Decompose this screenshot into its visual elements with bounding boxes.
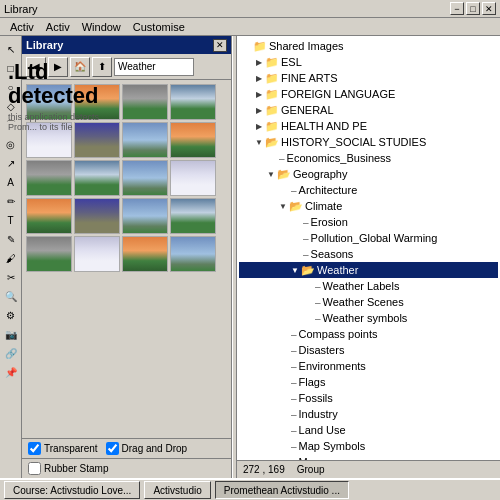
tree-item-climate[interactable]: 📂 Climate bbox=[239, 198, 498, 214]
transparent-checkbox-group: Transparent bbox=[28, 442, 98, 455]
tree-item-esl[interactable]: 📁 ESL bbox=[239, 54, 498, 70]
thumbnail-18[interactable] bbox=[74, 236, 120, 272]
tree-label-flags: Flags bbox=[299, 376, 326, 388]
tree-label-health: HEALTH AND PE bbox=[281, 120, 367, 132]
tool-zoom[interactable]: 🔍 bbox=[2, 287, 20, 305]
tree-item-flags[interactable]: – Flags bbox=[239, 374, 498, 390]
group-label: Group bbox=[297, 464, 325, 475]
thumbnail-13[interactable] bbox=[26, 198, 72, 234]
tree-arrow-wscenes bbox=[301, 294, 313, 310]
dash-arch: – bbox=[291, 185, 297, 196]
tree-arrow-history bbox=[253, 134, 265, 150]
tree-item-shared-images[interactable]: 📁 Shared Images bbox=[239, 38, 498, 54]
tree-label-map-symbols: Map Symbols bbox=[299, 440, 366, 452]
tool-text-a[interactable]: A bbox=[2, 173, 20, 191]
library-search-input[interactable] bbox=[114, 58, 194, 76]
tree-panel[interactable]: 📁 Shared Images 📁 ESL 📁 FINE ARTS 📁 bbox=[237, 36, 500, 460]
thumbnail-10[interactable] bbox=[74, 160, 120, 196]
taskbar-btn-promethean[interactable]: Promethean Activstudio ... bbox=[215, 481, 349, 499]
detected-overlay: .Ltd detected this application detects P… bbox=[8, 60, 118, 132]
tree-arrow-erosion bbox=[289, 214, 301, 230]
tree-item-compass[interactable]: – Compass points bbox=[239, 326, 498, 342]
library-close-button[interactable]: ✕ bbox=[213, 39, 227, 52]
dash-economics: – bbox=[279, 153, 285, 164]
minimize-button[interactable]: − bbox=[450, 2, 464, 15]
tree-arrow-geography bbox=[265, 166, 277, 182]
tool-scissors[interactable]: ✂ bbox=[2, 268, 20, 286]
thumbnail-8[interactable] bbox=[170, 122, 216, 158]
tree-item-seasons[interactable]: – Seasons bbox=[239, 246, 498, 262]
maximize-button[interactable]: □ bbox=[466, 2, 480, 15]
detected-title-line1: .Ltd bbox=[8, 60, 118, 84]
tree-item-history[interactable]: 📂 HISTORY_SOCIAL STUDIES bbox=[239, 134, 498, 150]
tree-label-arch: Architecture bbox=[299, 184, 358, 196]
tool-textbox[interactable]: T bbox=[2, 211, 20, 229]
thumbnail-11[interactable] bbox=[122, 160, 168, 196]
thumbnail-4[interactable] bbox=[170, 84, 216, 120]
folder-icon-geography: 📂 bbox=[277, 167, 291, 181]
tool-arrow[interactable]: ↗ bbox=[2, 154, 20, 172]
tree-label-land-use: Land Use bbox=[299, 424, 346, 436]
folder-icon-health: 📁 bbox=[265, 119, 279, 133]
tree-item-land-use[interactable]: – Land Use bbox=[239, 422, 498, 438]
tree-label-weather-symbols: Weather symbols bbox=[323, 312, 408, 324]
thumbnail-20[interactable] bbox=[170, 236, 216, 272]
drag-drop-checkbox[interactable] bbox=[106, 442, 119, 455]
tool-brush[interactable]: 🖌 bbox=[2, 249, 20, 267]
tool-pencil[interactable]: ✎ bbox=[2, 230, 20, 248]
tree-arrow-foreign bbox=[253, 86, 265, 102]
thumbnail-16[interactable] bbox=[170, 198, 216, 234]
tree-item-industry[interactable]: – Industry bbox=[239, 406, 498, 422]
tool-link[interactable]: 🔗 bbox=[2, 344, 20, 362]
tool-pin[interactable]: 📌 bbox=[2, 363, 20, 381]
tree-item-general[interactable]: 📁 GENERAL bbox=[239, 102, 498, 118]
title-bar: Library − □ ✕ bbox=[0, 0, 500, 18]
tree-item-weather-scenes[interactable]: – Weather Scenes bbox=[239, 294, 498, 310]
thumb-row-4 bbox=[26, 198, 227, 234]
tool-circle2[interactable]: ◎ bbox=[2, 135, 20, 153]
tool-select[interactable]: ↖ bbox=[2, 40, 20, 58]
tree-item-map-symbols[interactable]: – Map Symbols bbox=[239, 438, 498, 454]
thumbnail-7[interactable] bbox=[122, 122, 168, 158]
thumbnail-15[interactable] bbox=[122, 198, 168, 234]
taskbar-btn-course[interactable]: Course: Activstudio Love... bbox=[4, 481, 140, 499]
tree-item-foreign-language[interactable]: 📁 FOREIGN LANGUAGE bbox=[239, 86, 498, 102]
tree-item-fossils[interactable]: – Fossils bbox=[239, 390, 498, 406]
right-section: 📁 Shared Images 📁 ESL 📁 FINE ARTS 📁 bbox=[237, 36, 500, 478]
tree-item-health-pe[interactable]: 📁 HEALTH AND PE bbox=[239, 118, 498, 134]
tool-settings[interactable]: ⚙ bbox=[2, 306, 20, 324]
tree-item-erosion[interactable]: – Erosion bbox=[239, 214, 498, 230]
tree-item-fine-arts[interactable]: 📁 FINE ARTS bbox=[239, 70, 498, 86]
taskbar-btn-activstudio[interactable]: Activstudio bbox=[144, 481, 210, 499]
menu-activ2[interactable]: Activ bbox=[40, 20, 76, 34]
tool-pen[interactable]: ✏ bbox=[2, 192, 20, 210]
thumbnail-14[interactable] bbox=[74, 198, 120, 234]
tree-item-environments[interactable]: – Environments bbox=[239, 358, 498, 374]
close-button[interactable]: ✕ bbox=[482, 2, 496, 15]
transparent-checkbox[interactable] bbox=[28, 442, 41, 455]
tree-arrow-industry bbox=[277, 406, 289, 422]
tree-item-economics[interactable]: – Economics_Business bbox=[239, 150, 498, 166]
tree-label-compass: Compass points bbox=[299, 328, 378, 340]
tree-item-geography[interactable]: 📂 Geography bbox=[239, 166, 498, 182]
tree-item-architecture[interactable]: – Architecture bbox=[239, 182, 498, 198]
thumbnail-12[interactable] bbox=[170, 160, 216, 196]
tree-item-weather-labels[interactable]: – Weather Labels bbox=[239, 278, 498, 294]
status-bar-2: Rubber Stamp bbox=[22, 458, 231, 478]
tree-item-weather[interactable]: 📂 Weather bbox=[239, 262, 498, 278]
tree-item-disasters[interactable]: – Disasters bbox=[239, 342, 498, 358]
drag-drop-checkbox-group: Drag and Drop bbox=[106, 442, 188, 455]
thumbnail-17[interactable] bbox=[26, 236, 72, 272]
tree-arrow-mapsym bbox=[277, 438, 289, 454]
thumbnail-3[interactable] bbox=[122, 84, 168, 120]
menu-customise[interactable]: Customise bbox=[127, 20, 191, 34]
menu-window[interactable]: Window bbox=[76, 20, 127, 34]
transparent-label: Transparent bbox=[44, 443, 98, 454]
menu-activ1[interactable]: Activ bbox=[4, 20, 40, 34]
tree-item-weather-symbols[interactable]: – Weather symbols bbox=[239, 310, 498, 326]
tree-item-pollution[interactable]: – Pollution_Global Warming bbox=[239, 230, 498, 246]
tool-camera[interactable]: 📷 bbox=[2, 325, 20, 343]
rubber-stamp-checkbox[interactable] bbox=[28, 462, 41, 475]
thumbnail-9[interactable] bbox=[26, 160, 72, 196]
thumbnail-19[interactable] bbox=[122, 236, 168, 272]
